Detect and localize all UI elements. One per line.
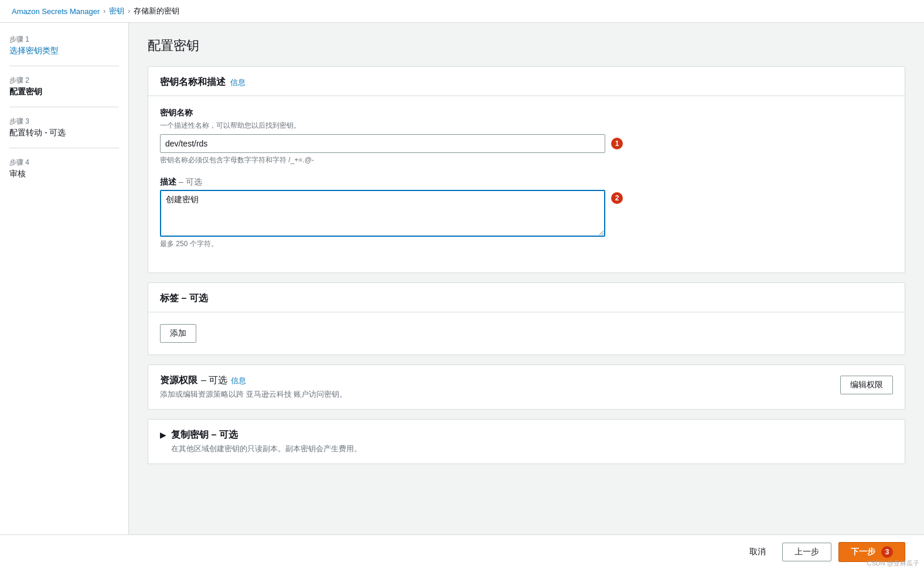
secret-name-section: 密钥名称和描述 信息 密钥名称 一个描述性名称，可以帮助您以后找到密钥。 1 密… [148,66,905,273]
breadcrumb-home-link[interactable]: Amazon Secrets Manager [12,7,100,16]
sidebar-step-3: 步骤 3 配置转动 - 可选 [9,117,119,138]
resource-perm-desc: 添加或编辑资源策略以跨 亚马逊云科技 账户访问密钥。 [160,389,347,400]
tags-header: 标签 – 可选 [148,283,905,312]
secret-desc-max: 最多 250 个字符。 [160,239,893,249]
replicate-title-area: 复制密钥 – 可选 在其他区域创建密钥的只读副本。副本密钥会产生费用。 [171,429,362,454]
step-3-num: 步骤 3 [9,117,119,127]
secret-name-title: 密钥名称和描述 信息 [160,76,893,88]
resource-perm-header: 资源权限 – 可选 信息 添加或编辑资源策略以跨 亚马逊云科技 账户访问密钥。 … [148,365,905,409]
replicate-desc: 在其他区域创建密钥的只读副本。副本密钥会产生费用。 [171,444,362,454]
step-4-title: 审核 [9,169,119,179]
step-1-title[interactable]: 选择密钥类型 [9,46,119,56]
breadcrumb-sep-1: › [103,7,105,15]
replicate-title: 复制密钥 – 可选 [171,429,362,441]
breadcrumb-current: 存储新的密钥 [134,6,179,16]
sidebar-step-1: 步骤 1 选择密钥类型 [9,35,119,56]
secret-desc-textarea[interactable]: 创建密钥 [160,190,605,237]
breadcrumb: Amazon Secrets Manager › 密钥 › 存储新的密钥 [0,0,924,23]
step-4-num: 步骤 4 [9,158,119,168]
replicate-section: ▶ 复制密钥 – 可选 在其他区域创建密钥的只读副本。副本密钥会产生费用。 [148,419,905,464]
resource-perm-info-link[interactable]: 信息 [231,376,246,386]
page-title: 配置密钥 [148,37,905,54]
add-tag-button[interactable]: 添加 [160,324,196,343]
sidebar: 步骤 1 选择密钥类型 步骤 2 配置密钥 步骤 3 配置转动 - 可选 步骤 … [0,23,129,568]
secret-name-input[interactable] [160,134,605,153]
step-3-title: 配置转动 - 可选 [9,128,119,138]
sidebar-step-2: 步骤 2 配置密钥 [9,76,119,97]
breadcrumb-sep-2: › [128,7,130,15]
watermark: CSDN @亚林瓜子 [867,559,919,568]
secret-name-validation: 密钥名称必须仅包含字母数字字符和字符 /_+=.@- [160,155,893,165]
tags-body: 添加 [148,312,905,355]
step-2-num: 步骤 2 [9,76,119,86]
tags-section: 标签 – 可选 添加 [148,282,905,355]
edit-perm-button[interactable]: 编辑权限 [840,376,893,394]
secret-desc-label: 描述 – 可选 [160,177,893,188]
annotation-badge-1: 1 [611,138,623,149]
step-2-title: 配置密钥 [9,87,119,97]
resource-perm-title: 资源权限 – 可选 信息 [160,374,347,387]
replicate-header: ▶ 复制密钥 – 可选 在其他区域创建密钥的只读副本。副本密钥会产生费用。 [148,420,905,464]
sidebar-step-4: 步骤 4 审核 [9,158,119,179]
secret-name-label: 密钥名称 [160,108,893,118]
replicate-toggle-icon[interactable]: ▶ [160,430,166,439]
resource-perm-title-area: 资源权限 – 可选 信息 添加或编辑资源策略以跨 亚马逊云科技 账户访问密钥。 [160,374,347,400]
secret-desc-group: 描述 – 可选 创建密钥 2 最多 250 个字符。 [160,177,893,249]
cancel-button[interactable]: 取消 [740,543,775,561]
secret-name-info-link[interactable]: 信息 [230,77,246,88]
annotation-badge-2: 2 [611,192,623,204]
secret-name-group: 密钥名称 一个描述性名称，可以帮助您以后找到密钥。 1 密钥名称必须仅包含字母数… [160,108,893,165]
resource-perm-section: 资源权限 – 可选 信息 添加或编辑资源策略以跨 亚马逊云科技 账户访问密钥。 … [148,364,905,410]
secret-name-body: 密钥名称 一个描述性名称，可以帮助您以后找到密钥。 1 密钥名称必须仅包含字母数… [148,96,905,272]
action-bar: 取消 上一步 下一步 3 [0,534,924,569]
secret-name-hint: 一个描述性名称，可以帮助您以后找到密钥。 [160,121,893,131]
breadcrumb-secrets-link[interactable]: 密钥 [109,6,124,16]
tags-title: 标签 – 可选 [160,292,893,305]
secret-name-header: 密钥名称和描述 信息 [148,67,905,96]
content-area: 配置密钥 密钥名称和描述 信息 密钥名称 一个描述性名称，可以帮助您以后找到密钥… [129,23,924,568]
annotation-badge-3: 3 [881,546,893,558]
prev-step-button[interactable]: 上一步 [782,543,831,561]
step-1-num: 步骤 1 [9,35,119,45]
